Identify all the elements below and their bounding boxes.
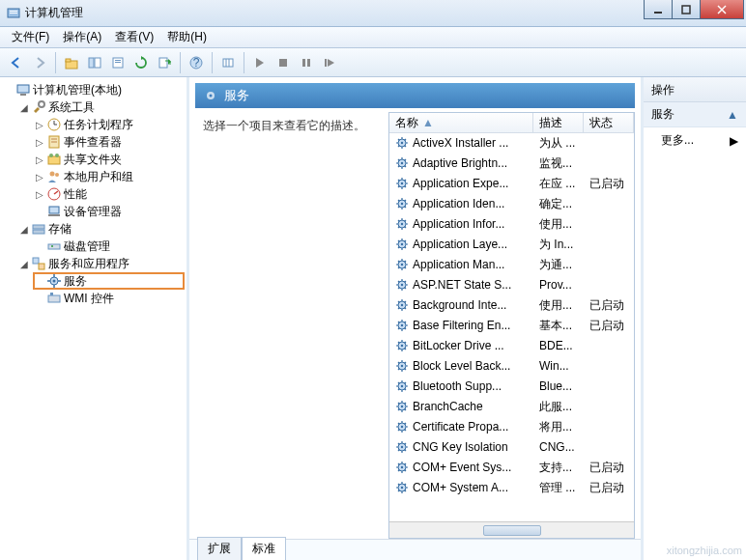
service-row[interactable]: Base Filtering En...基本...已启动 <box>389 316 634 336</box>
service-row[interactable]: ASP.NET State S...Prov... <box>389 275 634 295</box>
expand-icon[interactable]: ▷ <box>35 137 44 148</box>
service-desc: 为 In... <box>533 237 584 253</box>
service-name: CNG Key Isolation <box>413 440 508 454</box>
service-row[interactable]: Application Laye...为 In... <box>389 235 634 255</box>
expand-icon[interactable]: ▷ <box>35 189 44 200</box>
svg-line-116 <box>405 240 407 242</box>
service-name: Application Laye... <box>413 238 507 251</box>
play-button[interactable] <box>249 52 271 73</box>
tab-standard[interactable]: 标准 <box>242 537 286 560</box>
service-status: 已启动 <box>584 176 634 192</box>
svg-line-184 <box>398 382 400 384</box>
toolbar: ? <box>0 48 746 77</box>
collapse-icon[interactable]: ◢ <box>19 224 29 235</box>
service-name: Application Expe... <box>413 177 508 190</box>
list-body[interactable]: ActiveX Installer ...为从 ...Adaptive Brig… <box>389 133 634 521</box>
svg-point-129 <box>401 284 403 286</box>
service-desc: 监视... <box>533 155 584 172</box>
svg-rect-10 <box>95 58 100 68</box>
help-button[interactable]: ? <box>186 52 207 73</box>
service-row[interactable]: Application Man...为通... <box>389 255 634 275</box>
up-button[interactable] <box>61 52 82 73</box>
menu-help[interactable]: 帮助(H) <box>161 27 213 47</box>
columns-button[interactable] <box>217 52 239 73</box>
service-row[interactable]: Bluetooth Supp...Blue... <box>389 377 634 397</box>
refresh-button[interactable] <box>130 52 152 73</box>
gear-icon <box>203 88 218 103</box>
export-button[interactable] <box>154 52 175 73</box>
column-name[interactable]: 名称▲ <box>389 113 533 132</box>
tree-services-apps[interactable]: ◢服务和应用程序 <box>17 255 185 272</box>
service-row[interactable]: Background Inte...使用...已启动 <box>389 295 634 316</box>
tree-event-viewer[interactable]: ▷事件查看器 <box>33 133 185 151</box>
service-desc: 管理 ... <box>533 480 584 496</box>
service-row[interactable]: CNG Key IsolationCNG... <box>389 437 634 458</box>
collapse-icon[interactable]: ◢ <box>19 102 29 113</box>
service-row[interactable]: BitLocker Drive ...BDE... <box>389 336 634 356</box>
svg-rect-20 <box>279 59 287 67</box>
minimize-button[interactable] <box>644 0 673 19</box>
service-row[interactable]: COM+ System A...管理 ...已启动 <box>389 478 634 498</box>
svg-line-206 <box>405 423 407 425</box>
service-status: 已启动 <box>584 297 634 314</box>
service-row[interactable]: Adaptive Brightn...监视... <box>389 154 634 174</box>
scrollbar-thumb[interactable] <box>483 525 541 536</box>
service-row[interactable]: Application Infor...使用... <box>389 214 634 235</box>
tree-performance[interactable]: ▷性能 <box>33 185 185 203</box>
tree-local-users[interactable]: ▷本地用户和组 <box>33 168 185 185</box>
svg-point-79 <box>401 182 403 184</box>
svg-point-219 <box>401 466 403 468</box>
tree-storage[interactable]: ◢存储 <box>17 220 185 238</box>
tree-disk-management[interactable]: 磁盘管理 <box>33 238 185 255</box>
menu-file[interactable]: 文件(F) <box>6 27 55 47</box>
menu-action[interactable]: 操作(A) <box>57 27 107 47</box>
forward-button[interactable] <box>29 52 50 73</box>
actions-more[interactable]: 更多... ▶ <box>644 127 746 154</box>
stop-button[interactable] <box>273 52 294 73</box>
svg-line-226 <box>405 463 407 465</box>
tree-device-manager[interactable]: 设备管理器 <box>33 203 185 220</box>
tree-root[interactable]: 计算机管理(本地) <box>2 81 185 98</box>
service-row[interactable]: Application Expe...在应 ...已启动 <box>389 174 634 194</box>
tree-shared-folders[interactable]: ▷共享文件夹 <box>33 151 185 168</box>
tree-task-scheduler[interactable]: ▷任务计划程序 <box>33 116 185 133</box>
column-desc[interactable]: 描述 <box>533 113 584 132</box>
menu-view[interactable]: 查看(V) <box>109 27 159 47</box>
expand-icon[interactable]: ▷ <box>35 172 44 182</box>
tab-extended[interactable]: 扩展 <box>197 537 242 560</box>
collapse-icon[interactable]: ◢ <box>19 259 29 269</box>
tree-system-tools[interactable]: ◢ 系统工具 <box>17 98 185 116</box>
gear-icon <box>395 461 409 474</box>
show-hide-tree-button[interactable] <box>84 52 105 73</box>
service-row[interactable]: BranchCache此服... <box>389 397 634 417</box>
properties-button[interactable] <box>107 52 129 73</box>
svg-line-214 <box>398 443 400 445</box>
horizontal-scrollbar[interactable] <box>389 521 634 538</box>
service-row[interactable]: Application Iden...确定... <box>389 194 634 214</box>
service-row[interactable]: Certificate Propa...将用... <box>389 417 634 437</box>
svg-point-169 <box>401 365 403 367</box>
expand-icon[interactable]: ▷ <box>35 154 44 165</box>
tree-wmi-control[interactable]: WMI 控件 <box>33 290 185 307</box>
pause-button[interactable] <box>296 52 317 73</box>
service-list: 名称▲ 描述 状态 ActiveX Installer ...为从 ...Ada… <box>388 112 635 539</box>
svg-line-177 <box>398 369 400 371</box>
service-row[interactable]: Block Level Back...Win... <box>389 356 634 377</box>
gear-icon <box>395 136 409 150</box>
close-button[interactable] <box>700 0 744 19</box>
actions-sub[interactable]: 服务 ▲ <box>644 102 746 127</box>
toolbar-separator <box>55 52 56 73</box>
tabs-bottom: 扩展 标准 <box>189 539 641 560</box>
back-button[interactable] <box>6 52 27 73</box>
column-status[interactable]: 状态 <box>584 113 634 132</box>
restart-button[interactable] <box>319 52 340 73</box>
svg-line-85 <box>405 186 407 188</box>
service-row[interactable]: COM+ Event Sys...支持...已启动 <box>389 458 634 478</box>
svg-point-45 <box>51 245 53 247</box>
maximize-button[interactable] <box>672 0 701 19</box>
service-row[interactable]: ActiveX Installer ...为从 ... <box>389 133 634 154</box>
service-name: Adaptive Brightn... <box>413 156 507 170</box>
tree-services[interactable]: 服务 <box>33 272 185 290</box>
expand-icon[interactable]: ▷ <box>35 120 44 130</box>
svg-line-235 <box>405 490 407 492</box>
